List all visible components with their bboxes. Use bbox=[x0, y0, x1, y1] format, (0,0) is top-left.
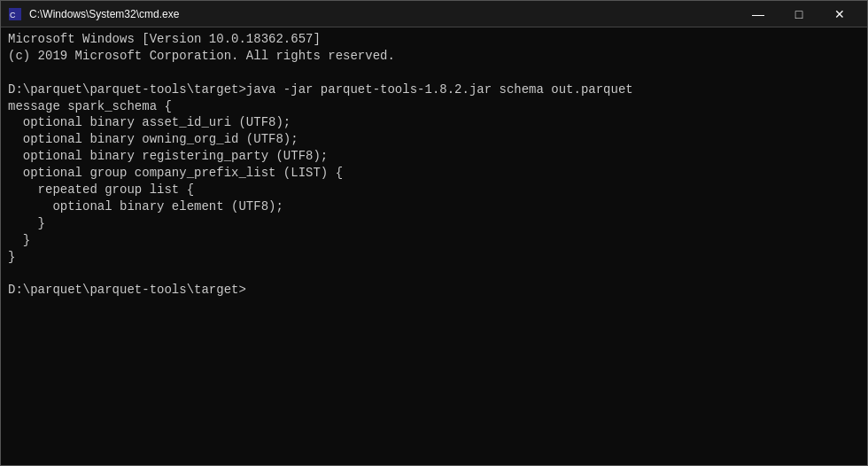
terminal-line: } bbox=[8, 215, 860, 232]
title-bar: C C:\Windows\System32\cmd.exe — □ ✕ bbox=[1, 1, 867, 27]
cmd-icon: C bbox=[8, 7, 22, 21]
terminal-line: optional binary registering_party (UTF8)… bbox=[8, 148, 860, 165]
terminal-line: optional binary asset_id_uri (UTF8); bbox=[8, 114, 860, 131]
terminal-line: optional binary owning_org_id (UTF8); bbox=[8, 131, 860, 148]
terminal-line bbox=[8, 65, 860, 82]
terminal-line: D:\parquet\parquet-tools\target> bbox=[8, 282, 860, 299]
terminal-line: } bbox=[8, 249, 860, 266]
window-controls: — □ ✕ bbox=[738, 1, 860, 27]
terminal-line: message spark_schema { bbox=[8, 98, 860, 115]
minimize-button[interactable]: — bbox=[738, 1, 779, 27]
maximize-button[interactable]: □ bbox=[779, 1, 819, 27]
window-title: C:\Windows\System32\cmd.exe bbox=[29, 8, 738, 20]
terminal-line: optional binary element (UTF8); bbox=[8, 198, 860, 215]
terminal-output: Microsoft Windows [Version 10.0.18362.65… bbox=[8, 31, 860, 299]
cmd-window: C C:\Windows\System32\cmd.exe — □ ✕ Micr… bbox=[0, 0, 868, 466]
terminal-line: } bbox=[8, 232, 860, 249]
terminal-line: repeated group list { bbox=[8, 182, 860, 198]
terminal-line: optional group company_prefix_list (LIST… bbox=[8, 165, 860, 182]
terminal-line: Microsoft Windows [Version 10.0.18362.65… bbox=[8, 31, 860, 48]
terminal-body[interactable]: Microsoft Windows [Version 10.0.18362.65… bbox=[1, 27, 867, 465]
terminal-line: D:\parquet\parquet-tools\target>java -ja… bbox=[8, 82, 860, 98]
terminal-line: (c) 2019 Microsoft Corporation. All righ… bbox=[8, 48, 860, 65]
close-button[interactable]: ✕ bbox=[819, 1, 860, 27]
svg-text:C: C bbox=[10, 11, 16, 19]
terminal-line bbox=[8, 265, 860, 282]
